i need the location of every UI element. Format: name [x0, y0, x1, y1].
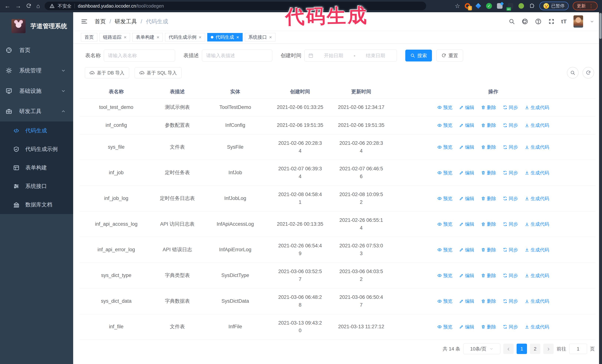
reload-icon[interactable]: [26, 3, 32, 9]
sync-link[interactable]: 同步: [503, 122, 518, 129]
sync-link[interactable]: 同步: [503, 169, 518, 177]
close-icon[interactable]: ×: [236, 35, 239, 40]
preview-link[interactable]: 预览: [437, 298, 452, 305]
sidebar-item-db-doc[interactable]: 数据库文档: [0, 196, 73, 214]
edit-link[interactable]: 编辑: [459, 323, 474, 331]
help-icon[interactable]: [535, 18, 542, 25]
sidebar-item-form-builder[interactable]: 表单构建: [0, 158, 73, 177]
home-icon[interactable]: ⌂: [36, 3, 40, 9]
hamburger-icon[interactable]: [81, 18, 88, 25]
delete-link[interactable]: 删除: [481, 323, 496, 331]
preview-link[interactable]: 预览: [437, 220, 452, 228]
delete-link[interactable]: 删除: [481, 144, 496, 151]
edit-link[interactable]: 编辑: [459, 122, 474, 129]
generate-code-link[interactable]: 生成代码: [525, 169, 549, 177]
edit-link[interactable]: 编辑: [459, 195, 474, 202]
sidebar-item-home[interactable]: 首页: [0, 40, 73, 60]
edit-link[interactable]: 编辑: [459, 298, 474, 305]
extension-android-icon[interactable]: [518, 3, 525, 9]
delete-link[interactable]: 删除: [481, 298, 496, 305]
edit-link[interactable]: 编辑: [459, 104, 474, 111]
preview-link[interactable]: 预览: [437, 144, 452, 151]
generate-code-link[interactable]: 生成代码: [525, 246, 549, 253]
sidebar-item-system[interactable]: 系统管理: [0, 60, 73, 81]
preview-link[interactable]: 预览: [437, 246, 452, 253]
toggle-search-button[interactable]: [567, 67, 579, 79]
preview-link[interactable]: 预览: [437, 104, 452, 111]
extension-dark-icon[interactable]: on: [507, 3, 514, 9]
sync-link[interactable]: 同步: [503, 298, 518, 305]
sidebar-item-codegen-example[interactable]: 代码生成示例: [0, 140, 73, 158]
import-db-button[interactable]: 基于 DB 导入: [85, 67, 129, 78]
generate-code-link[interactable]: 生成代码: [525, 104, 549, 111]
sync-link[interactable]: 同步: [503, 220, 518, 228]
sync-link[interactable]: 同步: [503, 323, 518, 331]
forward-icon[interactable]: →: [15, 3, 21, 9]
import-sql-button[interactable]: 基于 SQL 导入: [135, 67, 182, 78]
close-icon[interactable]: ×: [269, 35, 272, 40]
close-icon[interactable]: ×: [199, 35, 201, 40]
generate-code-link[interactable]: 生成代码: [525, 195, 549, 202]
edit-link[interactable]: 编辑: [459, 220, 474, 228]
page-size-select[interactable]: 10条/页: [463, 343, 500, 354]
close-icon[interactable]: ×: [124, 35, 127, 40]
github-icon[interactable]: [522, 18, 528, 25]
next-page-button[interactable]: ›: [543, 344, 554, 354]
avatar[interactable]: [573, 15, 583, 28]
sidebar-item-devtools[interactable]: 研发工具: [0, 101, 73, 122]
preview-link[interactable]: 预览: [437, 122, 452, 129]
tab-home[interactable]: 首页: [81, 33, 97, 42]
chevron-down-icon[interactable]: [590, 19, 594, 24]
search-button[interactable]: 搜索: [405, 50, 432, 62]
sync-link[interactable]: 同步: [503, 272, 518, 279]
sync-link[interactable]: 同步: [503, 144, 518, 151]
generate-code-link[interactable]: 生成代码: [525, 144, 549, 151]
delete-link[interactable]: 删除: [481, 169, 496, 177]
extension-orange-icon[interactable]: 1: [464, 3, 471, 9]
delete-link[interactable]: 删除: [481, 246, 496, 253]
generate-code-link[interactable]: 生成代码: [525, 122, 549, 129]
goto-page-input[interactable]: [569, 344, 587, 354]
generate-code-link[interactable]: 生成代码: [525, 272, 549, 279]
fullscreen-icon[interactable]: [548, 18, 555, 25]
extension-check-icon[interactable]: ✓: [486, 3, 492, 9]
browser-update-button[interactable]: 更新 ⋮: [573, 2, 598, 10]
profile-paused-pill[interactable]: 已暂停: [539, 2, 569, 10]
refresh-table-button[interactable]: [582, 67, 594, 79]
delete-link[interactable]: 删除: [481, 122, 496, 129]
breadcrumb-devtools[interactable]: 研发工具: [115, 18, 137, 25]
preview-link[interactable]: 预览: [437, 272, 452, 279]
tab-system-api[interactable]: 系统接口×: [245, 33, 275, 42]
edit-link[interactable]: 编辑: [459, 272, 474, 279]
page-button-2[interactable]: 2: [530, 344, 540, 354]
table-desc-input[interactable]: [202, 50, 272, 62]
sync-link[interactable]: 同步: [503, 104, 518, 111]
bookmark-star-icon[interactable]: ☆: [455, 3, 460, 9]
font-size-icon[interactable]: tT: [561, 18, 567, 25]
sync-link[interactable]: 同步: [503, 246, 518, 253]
tab-form-builder[interactable]: 表单构建×: [132, 33, 163, 42]
tab-codegen-example[interactable]: 代码生成示例×: [165, 33, 205, 42]
scrollbar-thumb[interactable]: [599, 13, 602, 39]
edit-link[interactable]: 编辑: [459, 169, 474, 177]
delete-link[interactable]: 删除: [481, 220, 496, 228]
kebab-menu-icon[interactable]: ⋮: [589, 3, 593, 9]
preview-link[interactable]: 预览: [437, 169, 452, 177]
tab-codegen[interactable]: 代码生成×: [207, 33, 243, 42]
delete-link[interactable]: 删除: [481, 272, 496, 279]
edit-link[interactable]: 编辑: [459, 144, 474, 151]
sidebar-item-infra[interactable]: 基础设施: [0, 81, 73, 101]
preview-link[interactable]: 预览: [437, 323, 452, 331]
prev-page-button[interactable]: ‹: [503, 344, 514, 354]
sidebar-item-codegen[interactable]: 代码生成: [0, 122, 73, 140]
page-button-1[interactable]: 1: [516, 344, 527, 354]
extensions-puzzle-icon[interactable]: [529, 3, 535, 9]
reset-button[interactable]: 重置: [436, 50, 463, 62]
delete-link[interactable]: 删除: [481, 195, 496, 202]
extension-diamond-icon[interactable]: [475, 3, 482, 9]
tab-trace[interactable]: 链路追踪×: [99, 33, 130, 42]
table-name-input[interactable]: [104, 50, 175, 62]
url-bar[interactable]: 不安全 dashboard.yudao.iocoder.cn/tool/code…: [45, 2, 426, 10]
sync-link[interactable]: 同步: [503, 195, 518, 202]
back-icon[interactable]: ←: [4, 3, 10, 9]
